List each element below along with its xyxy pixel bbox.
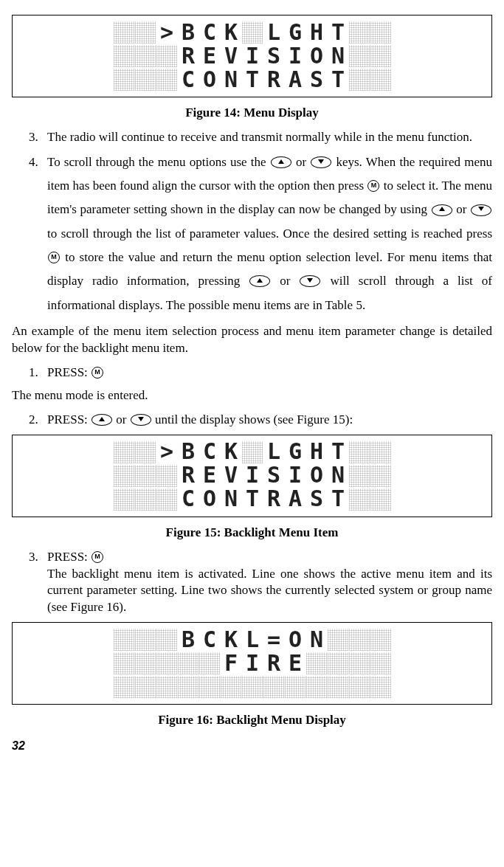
up-key-icon — [249, 275, 270, 287]
text: until the display shows (see Figure 15): — [152, 412, 353, 426]
text: or — [271, 274, 299, 288]
text: The backlight menu item is activated. Li… — [47, 567, 492, 615]
lcd-row: CONTRAST — [13, 488, 491, 511]
figure-14-caption: Figure 14: Menu Display — [12, 105, 492, 122]
lcd-row — [13, 676, 491, 698]
step-3: The radio will continue to receive and t… — [41, 129, 492, 146]
down-key-icon — [300, 275, 320, 287]
text: or — [453, 202, 470, 216]
substep-1: PRESS: M — [41, 365, 492, 381]
figure-16-caption: Figure 16: Backlight Menu Display — [12, 712, 492, 729]
m-key-icon: M — [92, 551, 103, 563]
up-key-icon — [271, 156, 291, 168]
figure-15-caption: Figure 15: Backlight Menu Item — [12, 525, 492, 542]
figure-14-display: >BCKLGHT REVISION CONTRAST — [12, 15, 492, 97]
down-key-icon — [131, 414, 151, 426]
down-key-icon — [471, 204, 491, 216]
svg-marker-1 — [318, 159, 324, 164]
example-paragraph: An example of the menu item selection pr… — [12, 323, 492, 357]
figure-15-display: >BCKLGHT REVISION CONTRAST — [12, 435, 492, 517]
lcd-row: CONTRAST — [13, 69, 491, 91]
text: PRESS: — [47, 365, 91, 379]
m-key-icon: M — [48, 252, 60, 263]
svg-marker-2 — [439, 207, 445, 211]
lcd-row: >BCKLGHT — [13, 21, 491, 44]
down-key-icon — [311, 156, 331, 168]
lcd-row: REVISION — [13, 465, 491, 487]
m-key-icon: M — [367, 180, 379, 192]
text: To scroll through the menu options use t… — [47, 155, 270, 169]
lcd-row: REVISION — [13, 45, 491, 67]
text: or — [292, 155, 311, 169]
substep-3: PRESS: M The backlight menu item is acti… — [41, 549, 492, 617]
text: or — [113, 412, 130, 426]
m-key-icon: M — [92, 367, 103, 379]
up-key-icon — [432, 204, 452, 216]
up-key-icon — [92, 414, 112, 426]
text: PRESS: — [47, 412, 91, 426]
lcd-row: FIRE — [13, 652, 491, 674]
substep-2: PRESS: or until the display shows (see F… — [41, 412, 492, 429]
step-4: To scroll through the menu options use t… — [41, 151, 492, 317]
svg-marker-4 — [257, 278, 263, 283]
svg-marker-7 — [138, 417, 144, 421]
page-number: 32 — [12, 738, 492, 754]
text: to scroll through the list of parameter … — [47, 227, 492, 241]
text: PRESS: — [47, 550, 91, 564]
lcd-row: >BCKLGHT — [13, 441, 491, 463]
lcd-row: BCKL=ON — [13, 629, 491, 651]
svg-marker-5 — [307, 278, 313, 283]
svg-marker-6 — [99, 417, 105, 421]
svg-marker-3 — [478, 207, 484, 211]
substep-1-after: The menu mode is entered. — [12, 387, 492, 404]
figure-16-display: BCKL=ON FIRE — [12, 622, 492, 705]
svg-marker-0 — [278, 159, 284, 164]
